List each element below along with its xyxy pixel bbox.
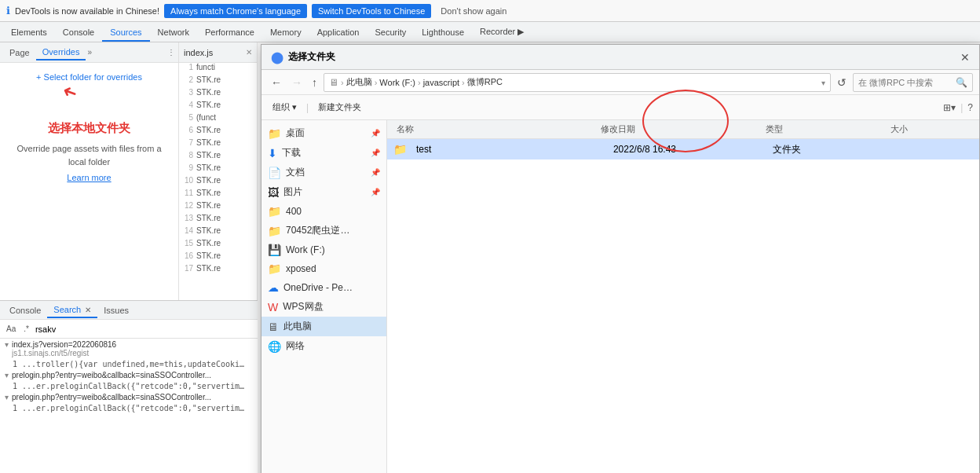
sidebar-item-network[interactable]: 🌐 网络 <box>261 336 386 356</box>
dialog-toolbar: ← → ↑ 🖥 › 此电脑 › Work (F:) › javascript ›… <box>261 70 979 95</box>
breadcrumb-javascript[interactable]: javascript <box>423 78 459 87</box>
new-folder-button[interactable]: 新建文件夹 <box>313 100 366 115</box>
doc-icon: 📄 <box>268 167 281 179</box>
wps-icon: W <box>268 301 278 314</box>
breadcrumb-bar: 🖥 › 此电脑 › Work (F:) › javascript › 微博RPC… <box>324 73 831 92</box>
code-line: 5(funct <box>179 113 257 126</box>
match-language-button[interactable]: Always match Chrome's language <box>164 4 307 18</box>
code-line: 16STK.re <box>179 251 257 264</box>
code-panel-close-icon[interactable]: ✕ <box>246 48 252 57</box>
dialog-search-input[interactable] <box>858 78 953 87</box>
tab-memory[interactable]: Memory <box>262 24 309 42</box>
bottom-tab-search[interactable]: Search ✕ <box>47 302 97 318</box>
learn-more-link[interactable]: Learn more <box>67 173 111 182</box>
breadcrumb-dropdown-icon[interactable]: ▾ <box>821 79 825 87</box>
nav-up-button[interactable]: ↑ <box>309 75 320 90</box>
pc-breadcrumb-icon: 🖥 <box>329 77 338 88</box>
search-tab-close-icon[interactable]: ✕ <box>85 306 91 314</box>
sidebar-item-desktop[interactable]: 📁 桌面 📌 <box>261 123 386 143</box>
tab-performance[interactable]: Performance <box>197 24 262 42</box>
breadcrumb-pc[interactable]: 此电脑 <box>346 76 372 88</box>
tab-elements[interactable]: Elements <box>3 24 55 42</box>
code-line: 11STK.re <box>179 189 257 201</box>
info-icon: ℹ <box>6 5 10 16</box>
nav-back-button[interactable]: ← <box>268 75 285 90</box>
sidebar-item-pc[interactable]: 🖥 此电脑 <box>261 317 386 336</box>
search-result-file[interactable]: ▾prelogin.php?entry=weibo&callback=sinaS… <box>0 369 258 381</box>
sidebar-label-onedrive: OneDrive - Pers... <box>283 282 354 293</box>
file-row-test[interactable]: 📁 test 2022/6/8 16:43 文件夹 <box>387 139 979 160</box>
dont-show-button[interactable]: Don't show again <box>436 4 511 18</box>
sidebar-item-download[interactable]: ⬇ 下载 📌 <box>261 143 386 163</box>
organize-button[interactable]: 组织 ▾ <box>268 100 302 115</box>
filelist-header: 名称 修改日期 类型 大小 <box>387 120 979 139</box>
chrome-icon: ⬤ <box>271 51 283 64</box>
tab-sources[interactable]: Sources <box>102 24 149 42</box>
col-type[interactable]: 类型 <box>762 123 887 135</box>
col-date[interactable]: 修改日期 <box>598 123 762 135</box>
search-result-file[interactable]: ▾index.js?version=2022060816js1.t.sinajs… <box>0 339 258 359</box>
sidebar-item-onedrive[interactable]: ☁ OneDrive - Pers... <box>261 278 386 297</box>
dialog-title-text: 选择文件夹 <box>288 50 335 64</box>
search-result-item[interactable]: 1 ...er.preloginCallBack({"retcode":0,"s… <box>0 381 258 391</box>
search-result-item[interactable]: 1 ...troller(){var undefined,me=this,upd… <box>0 359 258 369</box>
tab-console[interactable]: Console <box>55 24 102 42</box>
search-result-file[interactable]: ▾prelogin.php?entry=weibo&callback=sinaS… <box>0 391 258 403</box>
select-folder-button[interactable]: + Select folder for overrides <box>36 72 142 82</box>
sidebar-label-xposed: xposed <box>286 263 316 274</box>
code-line: 9STK.re <box>179 163 257 176</box>
tab-application[interactable]: Application <box>309 24 368 42</box>
refresh-button[interactable]: ↺ <box>834 75 850 90</box>
annotation-arrow: ➜ <box>60 80 80 104</box>
panel-menu-icon[interactable]: ⋮ <box>167 48 175 57</box>
devtools-tab-bar: Elements Console Sources Network Perform… <box>0 22 980 42</box>
sources-tab-overrides[interactable]: Overrides <box>36 45 86 60</box>
dialog-action-bar: 组织 ▾ | 新建文件夹 ⊞▾ | ? <box>261 95 979 120</box>
tab-recorder[interactable]: Recorder ▶ <box>472 24 532 42</box>
chevron-right-icon[interactable]: » <box>87 48 92 57</box>
breadcrumb-weiborpc[interactable]: 微博RPC <box>467 76 503 88</box>
folder-icon-3: 📁 <box>268 225 281 237</box>
search-bar: Aa .* <box>0 320 258 339</box>
bottom-tab-bar: Console Search ✕ Issues <box>0 301 258 320</box>
bottom-panel: Console Search ✕ Issues Aa .* ▾index.js?… <box>0 300 258 473</box>
search-result-item[interactable]: 1 ...er.preloginCallBack({"retcode":0,"s… <box>0 403 258 413</box>
sidebar-item-xposed[interactable]: 📁 xposed <box>261 259 386 278</box>
grid-view-button[interactable]: ⊞▾ <box>943 102 956 113</box>
regex-option[interactable]: .* <box>20 323 32 335</box>
search-results: ▾index.js?version=2022060816js1.t.sinajs… <box>0 339 258 473</box>
bottom-tab-issues[interactable]: Issues <box>97 303 135 317</box>
code-line: 4STK.re <box>179 101 257 113</box>
col-size[interactable]: 大小 <box>887 123 973 135</box>
tab-network[interactable]: Network <box>150 24 197 42</box>
sidebar-item-wps[interactable]: W WPS网盘 <box>261 297 386 317</box>
dialog-close-button[interactable]: ✕ <box>960 51 970 64</box>
sidebar-item-image[interactable]: 🖼 图片 📌 <box>261 182 386 202</box>
breadcrumb-work[interactable]: Work (F:) <box>379 78 415 87</box>
help-button[interactable]: ? <box>967 102 973 113</box>
nav-forward-button[interactable]: → <box>288 75 305 90</box>
sidebar-label-doc: 文档 <box>286 166 305 179</box>
tab-security[interactable]: Security <box>367 24 414 42</box>
folder-icon: 📁 <box>268 127 281 140</box>
case-sensitive-option[interactable]: Aa <box>3 323 19 335</box>
sources-tab-page[interactable]: Page <box>3 46 36 60</box>
code-line: 7STK.re <box>179 138 257 151</box>
code-line: 10STK.re <box>179 176 257 189</box>
notification-bar: ℹ DevTools is now available in Chinese! … <box>0 0 980 22</box>
sidebar-label-pc: 此电脑 <box>283 320 312 333</box>
sidebar-item-crawler[interactable]: 📁 70452爬虫逆向... <box>261 221 386 240</box>
search-input[interactable] <box>35 324 254 334</box>
code-line: 6STK.re <box>179 126 257 138</box>
sidebar-item-400[interactable]: 📁 400 <box>261 202 386 221</box>
pc-icon: 🖥 <box>268 321 279 333</box>
col-name[interactable]: 名称 <box>393 123 598 135</box>
file-dialog-overlay: ⬤ 选择文件夹 ✕ ← → ↑ 🖥 › 此电脑 › Work (F:) › ja… <box>258 42 980 473</box>
switch-devtools-button[interactable]: Switch DevTools to Chinese <box>312 4 431 18</box>
sidebar-item-work[interactable]: 💾 Work (F:) <box>261 240 386 259</box>
tab-lighthouse[interactable]: Lighthouse <box>414 24 472 42</box>
code-filename: index.js <box>184 48 213 57</box>
search-input-wrap <box>35 324 254 335</box>
bottom-tab-console[interactable]: Console <box>3 303 47 317</box>
sidebar-item-doc[interactable]: 📄 文档 📌 <box>261 163 386 182</box>
